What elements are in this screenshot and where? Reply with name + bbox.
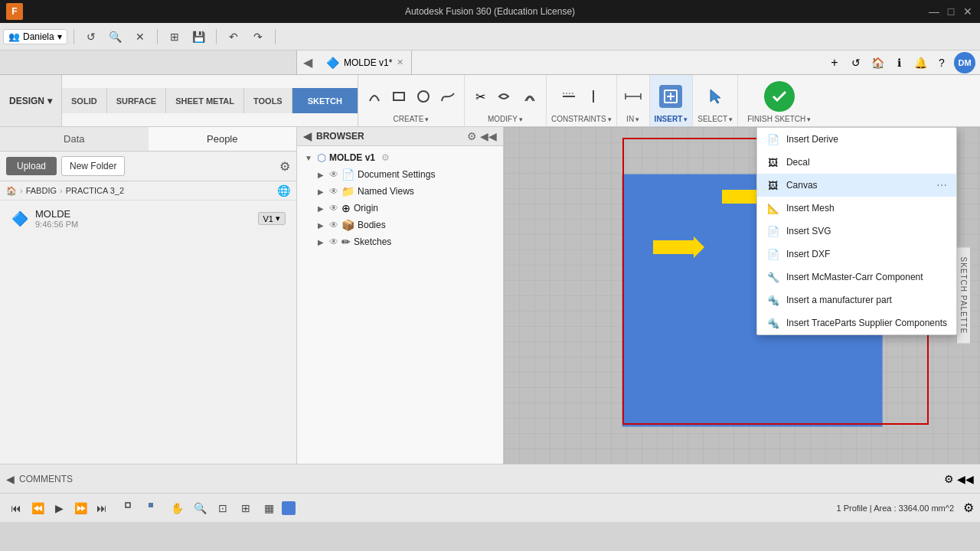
- breadcrumb-globe-icon[interactable]: 🌐: [277, 184, 290, 197]
- menu-item-mcmaster[interactable]: 🔧 Insert McMaster-Carr Component: [757, 266, 956, 289]
- menu-item-decal[interactable]: 🖼 Decal: [757, 151, 956, 174]
- menu-item-insert-dxf[interactable]: 📄 Insert DXF: [757, 243, 956, 266]
- menu-item-insert-svg[interactable]: 📄 Insert SVG: [757, 220, 956, 243]
- menu-item-traceparts[interactable]: 🔩 Insert TraceParts Supplier Components: [757, 311, 956, 334]
- molde-tab-close[interactable]: ✕: [397, 57, 403, 67]
- comment-collapse-btn[interactable]: ◀◀: [957, 473, 974, 485]
- expand-doc-settings[interactable]: ▶: [315, 169, 326, 180]
- tab-help-button[interactable]: ?: [933, 54, 951, 72]
- sketch-tab[interactable]: SKETCH: [292, 88, 358, 114]
- breadcrumb-fabdig[interactable]: FABDIG: [26, 186, 57, 195]
- canvas-more-icon[interactable]: ⋯: [936, 179, 947, 191]
- spline-tool[interactable]: [436, 85, 459, 108]
- upload-button[interactable]: Upload: [6, 157, 57, 175]
- browser-back-btn[interactable]: ◀: [303, 130, 312, 142]
- eye-doc-settings[interactable]: 👁: [329, 169, 338, 180]
- undo-button[interactable]: ↶: [223, 26, 244, 47]
- anim-play-btn[interactable]: ▶: [49, 498, 69, 518]
- eye-origin[interactable]: 👁: [329, 203, 338, 214]
- circle-tool[interactable]: [412, 85, 435, 108]
- sketch-palette-label[interactable]: SKETCH PALETTE: [956, 246, 971, 344]
- view-grid-btn[interactable]: ⊞: [236, 498, 256, 518]
- tree-root[interactable]: ▼ ⬡ MOLDE v1 ⚙: [297, 149, 503, 166]
- close-panel-button[interactable]: ✕: [129, 26, 151, 47]
- insert-arrow[interactable]: ▾: [684, 116, 688, 123]
- grid-view-button[interactable]: ⊞: [164, 26, 185, 47]
- view-select-btn[interactable]: [121, 498, 141, 518]
- breadcrumb-home[interactable]: 🏠: [6, 186, 17, 196]
- expand-sketches[interactable]: ▶: [315, 236, 326, 247]
- anim-next-btn[interactable]: ⏩: [70, 498, 90, 518]
- expand-origin[interactable]: ▶: [315, 203, 326, 214]
- viewport[interactable]: SKETCH PALETTE 📄 Insert Derive 🖼 Decal 🖼…: [504, 127, 980, 464]
- design-dropdown-button[interactable]: DESIGN ▾: [0, 75, 62, 126]
- expand-named-views[interactable]: ▶: [315, 186, 326, 197]
- eye-named-views[interactable]: 👁: [329, 186, 338, 197]
- tab-bell-button[interactable]: 🔔: [911, 54, 929, 72]
- refresh-button[interactable]: ↺: [80, 26, 102, 47]
- data-tab[interactable]: Data: [0, 127, 149, 151]
- arc-tool[interactable]: [363, 85, 386, 108]
- comment-settings-btn[interactable]: ⚙: [944, 473, 954, 485]
- tab-home-button[interactable]: 🏠: [868, 54, 887, 72]
- tree-item-named-views[interactable]: ▶ 👁 📁 Named Views: [309, 183, 503, 200]
- menu-item-canvas[interactable]: 🖼 Canvas ⋯: [757, 174, 956, 197]
- view-display-btn[interactable]: ▦: [259, 498, 279, 518]
- people-tab[interactable]: People: [149, 127, 297, 151]
- insert-canvas-tool[interactable]: [659, 85, 682, 108]
- anim-first-btn[interactable]: ⏮: [6, 498, 26, 518]
- new-folder-button[interactable]: New Folder: [61, 156, 125, 176]
- tree-item-bodies[interactable]: ▶ 👁 📦 Bodies: [309, 217, 503, 233]
- view-move-btn[interactable]: ✋: [167, 498, 187, 518]
- redo-button[interactable]: ↷: [247, 26, 269, 47]
- close-button[interactable]: ✕: [962, 5, 974, 18]
- menu-item-insert-mesh[interactable]: 📐 Insert Mesh: [757, 197, 956, 220]
- insert-label[interactable]: INSERT: [655, 115, 683, 123]
- trim-tool[interactable]: ✂: [469, 85, 492, 108]
- molde-tab[interactable]: 🔷 MOLDE v1* ✕: [318, 51, 412, 74]
- panel-settings-button[interactable]: ⚙: [279, 159, 290, 174]
- constraint-tool-2[interactable]: [582, 85, 605, 108]
- tab-refresh-button[interactable]: ↺: [847, 54, 865, 72]
- finish-sketch-label[interactable]: FINISH SKETCH: [747, 115, 805, 123]
- dimension-tool[interactable]: [622, 85, 645, 108]
- rect-tool[interactable]: [387, 85, 410, 108]
- bottom-settings-btn[interactable]: ⚙: [963, 500, 974, 515]
- menu-item-insert-derive[interactable]: 📄 Insert Derive: [757, 128, 956, 151]
- constraint-tool-1[interactable]: [557, 85, 580, 108]
- search-button[interactable]: 🔍: [105, 26, 126, 47]
- tree-root-settings-icon[interactable]: ⚙: [381, 152, 390, 163]
- tools-tab[interactable]: TOOLS: [244, 88, 292, 114]
- browser-collapse-btn[interactable]: ◀: [303, 55, 312, 70]
- extend-tool[interactable]: [494, 85, 517, 108]
- minimize-button[interactable]: —: [928, 5, 940, 18]
- add-document-button[interactable]: +: [825, 54, 844, 72]
- browser-collapse-btn2[interactable]: ◀◀: [480, 130, 497, 142]
- surface-tab[interactable]: SURFACE: [107, 88, 167, 114]
- breadcrumb-practica[interactable]: PRACTICA 3_2: [66, 186, 124, 195]
- save-button[interactable]: 💾: [188, 26, 210, 47]
- eye-bodies[interactable]: 👁: [329, 220, 338, 230]
- tree-item-document-settings[interactable]: ▶ 👁 📄 Document Settings: [309, 166, 503, 183]
- browser-settings-btn[interactable]: ⚙: [467, 130, 477, 142]
- anim-prev-btn[interactable]: ⏪: [28, 498, 47, 518]
- eye-sketches[interactable]: 👁: [329, 236, 338, 247]
- view-zoom-btn[interactable]: 🔍: [190, 498, 210, 518]
- select-tool[interactable]: [704, 85, 727, 108]
- tree-root-expand[interactable]: ▼: [303, 152, 314, 163]
- maximize-button[interactable]: □: [945, 5, 957, 18]
- comment-toggle-icon[interactable]: ◀: [6, 473, 15, 485]
- version-badge[interactable]: V1 ▾: [258, 212, 286, 225]
- file-item[interactable]: 🔷 MOLDE 9:46:56 PM V1 ▾: [6, 205, 290, 232]
- sheetmetal-tab[interactable]: SHEET METAL: [166, 88, 244, 114]
- offset-tool[interactable]: [518, 85, 541, 108]
- tree-item-origin[interactable]: ▶ 👁 ⊕ Origin: [309, 200, 503, 217]
- solid-tab[interactable]: SOLID: [62, 88, 107, 114]
- view-box-btn[interactable]: [144, 498, 164, 518]
- anim-last-btn[interactable]: ⏭: [92, 498, 112, 518]
- tab-info-button[interactable]: ℹ: [890, 54, 908, 72]
- menu-item-manufacturer[interactable]: 🔩 Insert a manufacturer part: [757, 289, 956, 311]
- tree-item-sketches[interactable]: ▶ 👁 ✏ Sketches: [309, 233, 503, 250]
- view-fit-btn[interactable]: ⊡: [213, 498, 233, 518]
- user-badge[interactable]: 👥 Daniela ▾: [3, 29, 67, 44]
